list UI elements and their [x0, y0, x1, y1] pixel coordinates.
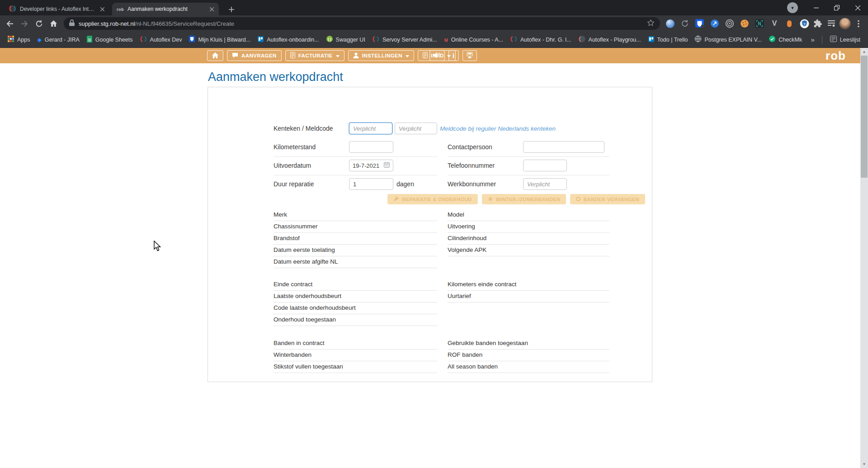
bookmark-item[interactable]: Todo | Trello: [645, 34, 691, 45]
reading-list-button[interactable]: Leeslijst: [827, 34, 863, 45]
info-row: Code laatste onderhoudsbeurt: [274, 303, 437, 314]
duur-reparatie-input[interactable]: [349, 178, 393, 190]
browser-menu-icon[interactable]: [852, 17, 865, 30]
notion-extension-icon[interactable]: N: [753, 17, 766, 30]
bookmark-star-icon[interactable]: [647, 19, 655, 28]
nav-home-button[interactable]: [207, 50, 223, 61]
action-button-1[interactable]: ☀WINTER-/ZOMERBANDEN: [482, 194, 566, 204]
browser-tab-developer-links[interactable]: Developer links - Autoflex Intern: [5, 3, 109, 15]
window-close-button[interactable]: [847, 0, 868, 15]
bitwarden-extension-icon[interactable]: [693, 17, 706, 30]
nav-button-printer-icon[interactable]: [462, 50, 477, 61]
bookmark-item[interactable]: Google Sheets: [84, 34, 136, 46]
nav-button-info-i-icon[interactable]: i: [448, 50, 459, 61]
avatar[interactable]: [839, 17, 851, 30]
forward-icon[interactable]: [18, 17, 31, 30]
refresh-extension-icon[interactable]: [679, 17, 691, 30]
vimium-extension-icon[interactable]: V: [768, 17, 781, 30]
bookmark-item[interactable]: Apps: [5, 34, 33, 45]
bookmark-item[interactable]: Autoflex-onboardin...: [255, 34, 322, 45]
calendar-icon[interactable]: [384, 162, 390, 169]
browser-titlebar: Developer links - Autoflex Intern rob Aa…: [0, 0, 868, 15]
kenteken-input[interactable]: [349, 123, 392, 134]
tab-close-icon[interactable]: [208, 5, 215, 13]
divider: [274, 175, 437, 175]
meldcode-input[interactable]: [395, 123, 437, 134]
info-row: ROF banden: [448, 350, 609, 361]
tire-icon: [576, 197, 580, 202]
sphere-extension-icon[interactable]: [664, 17, 676, 30]
action-button-2[interactable]: BANDEN VERVANGEN: [570, 194, 645, 204]
bookmark-label: Autoflex Dev: [150, 37, 182, 43]
nav-item-instellingen[interactable]: INSTELLINGEN: [348, 50, 414, 61]
action-button-0[interactable]: REPARATIE & ONDERHOUD: [387, 194, 477, 204]
printer-icon: [467, 52, 473, 59]
info-row: Onderhoud toegestaan: [274, 314, 437, 326]
browser-update-indicator[interactable]: ▾: [783, 0, 802, 15]
home-icon[interactable]: [47, 17, 60, 30]
info-label: Einde contract: [274, 281, 312, 288]
bookmark-label: Google Sheets: [95, 37, 133, 43]
orange-dot-extension-icon[interactable]: [783, 17, 796, 30]
share-arrow-extension-icon[interactable]: [708, 17, 721, 30]
info-group-1-left: Einde contractLaatste onderhoudsbeurtCod…: [274, 279, 437, 326]
cookie-extension-icon[interactable]: [738, 17, 751, 30]
nav-item-facturatie[interactable]: FACTURATIE: [285, 50, 344, 61]
info-label: Stikstof vullen toegestaan: [274, 363, 343, 370]
tab-close-icon[interactable]: [99, 5, 106, 13]
bookmark-item[interactable]: Autoflex Dev: [137, 34, 185, 46]
nav-item-aanvragen[interactable]: AANVRAGEN: [227, 50, 282, 61]
site-navbar: AANVRAGENFACTURATIEINSTELLINGENINFO i ro…: [0, 48, 860, 63]
kilometerstand-input[interactable]: [349, 141, 393, 153]
nav-button-speaker-icon[interactable]: [429, 50, 445, 61]
media-controls-icon[interactable]: [825, 17, 838, 30]
scroll-up-icon[interactable]: ▲: [860, 48, 868, 56]
target-extension-icon[interactable]: [723, 17, 736, 30]
bookmark-label: Postgres EXPLAIN V...: [704, 37, 762, 43]
autoflex-favicon: [9, 5, 16, 14]
werkbonnummer-input[interactable]: [523, 178, 567, 190]
caret-down-icon: [336, 53, 340, 58]
browser-tab-aanmaken-werkopdracht[interactable]: rob Aanmaken werkopdracht: [112, 3, 219, 15]
swagger-icon: { }: [326, 36, 333, 43]
reload-icon[interactable]: [32, 17, 46, 30]
autoflex-icon: [373, 36, 379, 44]
bookmark-item[interactable]: Autoflex - Dhr. G. l...: [507, 34, 575, 46]
bookmark-item[interactable]: ◆Gerard - JIRA: [34, 35, 83, 45]
udemy-icon: u: [444, 37, 448, 43]
info-group-2-left: Banden in contractWinterbandenStikstof v…: [274, 338, 437, 373]
scroll-down-icon[interactable]: ▼: [860, 460, 868, 468]
new-tab-button[interactable]: [226, 4, 237, 15]
nav-item-label: FACTURATIE: [298, 53, 333, 58]
bookmark-item[interactable]: Postgres EXPLAIN V...: [692, 34, 765, 45]
bookmark-item[interactable]: { }Swagger UI: [323, 34, 368, 45]
address-bar[interactable]: supplier.stg.rob-net.nl/nl-NL/946635/Ser…: [64, 17, 660, 30]
bookmark-item[interactable]: Mijn Kluis | Bitward...: [186, 34, 254, 45]
home-icon: [212, 52, 218, 59]
info-label: Datum eerste afgifte NL: [274, 258, 338, 265]
bookmark-item[interactable]: CheckMk: [766, 34, 805, 45]
bookmark-item[interactable]: uOnline Courses - A...: [441, 35, 506, 45]
bookmark-label: Swagger UI: [336, 37, 365, 43]
info-label: Volgende APK: [448, 246, 486, 253]
bookmarks-overflow-icon[interactable]: »: [808, 36, 817, 43]
telefoonnummer-input[interactable]: [523, 160, 567, 171]
page-scrollbar[interactable]: ▲ ▼: [860, 48, 868, 468]
puzzle-icon[interactable]: [811, 17, 824, 30]
uitvoerdatum-input[interactable]: 19-7-2021: [349, 160, 393, 171]
bookmark-item[interactable]: Autoflex - Playgrou...: [576, 34, 644, 46]
info-row: Kilometers einde contract: [448, 279, 609, 291]
scrollbar-thumb[interactable]: [861, 56, 868, 178]
info-row: Datum eerste toelating: [274, 245, 437, 256]
window-minimize-button[interactable]: [806, 0, 826, 15]
chat-icon: [232, 52, 238, 59]
back-icon[interactable]: [3, 17, 17, 30]
globe-icon: [695, 36, 701, 43]
shield-question-extension-icon[interactable]: ?: [798, 17, 811, 30]
svg-text:?: ?: [803, 22, 806, 26]
trello-icon: [258, 36, 264, 43]
bookmark-item[interactable]: Servoy Server Admi...: [369, 34, 440, 46]
info-label: Merk: [274, 211, 287, 218]
window-restore-button[interactable]: [826, 0, 847, 15]
contactpersoon-input[interactable]: [523, 141, 604, 153]
